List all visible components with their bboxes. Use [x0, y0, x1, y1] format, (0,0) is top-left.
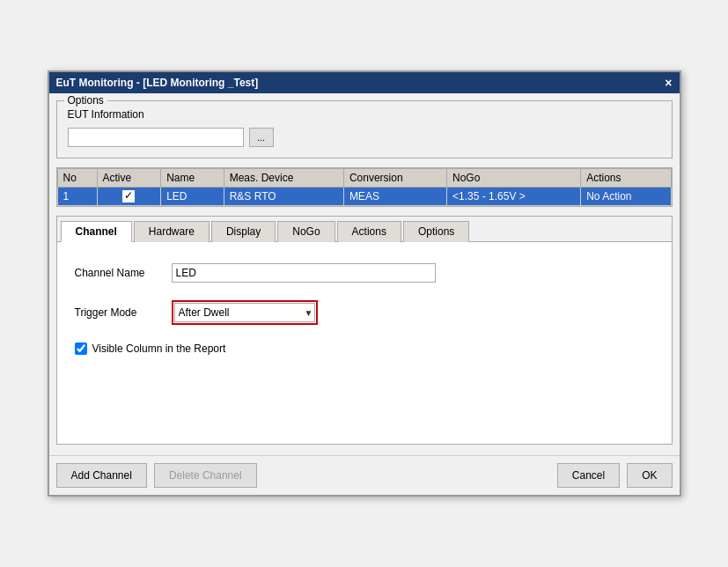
col-nogo: NoGo: [447, 168, 581, 187]
col-meas-device: Meas. Device: [224, 168, 343, 187]
browse-button[interactable]: ...: [249, 128, 274, 147]
tab-nogo[interactable]: NoGo: [277, 221, 335, 242]
cell-meas-device: R&S RTO: [224, 187, 343, 206]
add-channel-button[interactable]: Add Channel: [56, 463, 147, 488]
cell-conversion: MEAS: [343, 187, 446, 206]
tabs-header: Channel Hardware Display NoGo Actions Op…: [57, 217, 672, 242]
tab-actions[interactable]: Actions: [337, 221, 401, 242]
channels-table: No Active Name Meas. Device Conversion N…: [57, 168, 672, 207]
main-window: EuT Monitoring - [LED Monitoring _Test] …: [48, 70, 681, 497]
trigger-mode-select[interactable]: After Dwell Before Dwell Manual: [174, 303, 315, 322]
visible-column-checkbox[interactable]: [75, 342, 87, 355]
cell-actions: No Action: [581, 187, 671, 206]
channel-name-label: Channel Name: [75, 267, 172, 279]
channels-table-container: No Active Name Meas. Device Conversion N…: [56, 167, 673, 208]
tabs-container: Channel Hardware Display NoGo Actions Op…: [56, 216, 673, 445]
col-actions: Actions: [581, 168, 671, 187]
col-no: No: [57, 168, 97, 187]
tab-options[interactable]: Options: [403, 221, 469, 242]
cell-name: LED: [161, 187, 224, 206]
cell-nogo: <1.35 - 1.65V >: [447, 187, 581, 206]
bottom-buttons-bar: Add Channel Delete Channel Cancel OK: [49, 455, 680, 495]
options-group-label: Options: [64, 94, 107, 107]
window-content: Options EUT Information ... No Active Na…: [49, 93, 680, 453]
eut-info-row: ...: [68, 128, 661, 147]
title-bar: EuT Monitoring - [LED Monitoring _Test] …: [49, 72, 680, 93]
table-row[interactable]: 1LEDR&S RTOMEAS<1.35 - 1.65V >No Action: [57, 187, 671, 206]
col-active: Active: [97, 168, 161, 187]
trigger-mode-select-wrapper: After Dwell Before Dwell Manual ▼: [174, 303, 315, 322]
active-checkbox-icon: [122, 190, 135, 202]
eut-info-label: EUT Information: [68, 108, 661, 121]
cell-no: 1: [57, 187, 97, 206]
close-button[interactable]: ×: [665, 76, 672, 90]
table-body: 1LEDR&S RTOMEAS<1.35 - 1.65V >No Action: [57, 187, 671, 206]
trigger-mode-label: Trigger Mode: [75, 306, 172, 319]
table-header-row: No Active Name Meas. Device Conversion N…: [57, 168, 671, 187]
visible-column-row: Visible Column in the Report: [75, 342, 654, 355]
tab-hardware[interactable]: Hardware: [134, 221, 210, 242]
tab-channel[interactable]: Channel: [61, 221, 132, 242]
trigger-mode-wrapper: After Dwell Before Dwell Manual ▼: [172, 300, 318, 325]
tab-display[interactable]: Display: [211, 221, 276, 242]
tab-channel-content: Channel Name Trigger Mode After Dwell Be…: [57, 242, 672, 418]
eut-info-input[interactable]: [68, 128, 244, 147]
col-name: Name: [161, 168, 224, 187]
cancel-button[interactable]: Cancel: [557, 463, 620, 488]
visible-column-label: Visible Column in the Report: [92, 342, 226, 355]
cell-active: [97, 187, 161, 206]
ok-button[interactable]: OK: [627, 463, 672, 488]
col-conversion: Conversion: [343, 168, 446, 187]
options-group: Options EUT Information ...: [56, 100, 673, 158]
trigger-mode-row: Trigger Mode After Dwell Before Dwell Ma…: [75, 300, 654, 325]
channel-name-input[interactable]: [172, 263, 436, 283]
channel-name-row: Channel Name: [75, 263, 654, 283]
window-title: EuT Monitoring - [LED Monitoring _Test]: [56, 77, 259, 89]
button-spacer: [264, 463, 550, 488]
delete-channel-button[interactable]: Delete Channel: [154, 463, 257, 488]
